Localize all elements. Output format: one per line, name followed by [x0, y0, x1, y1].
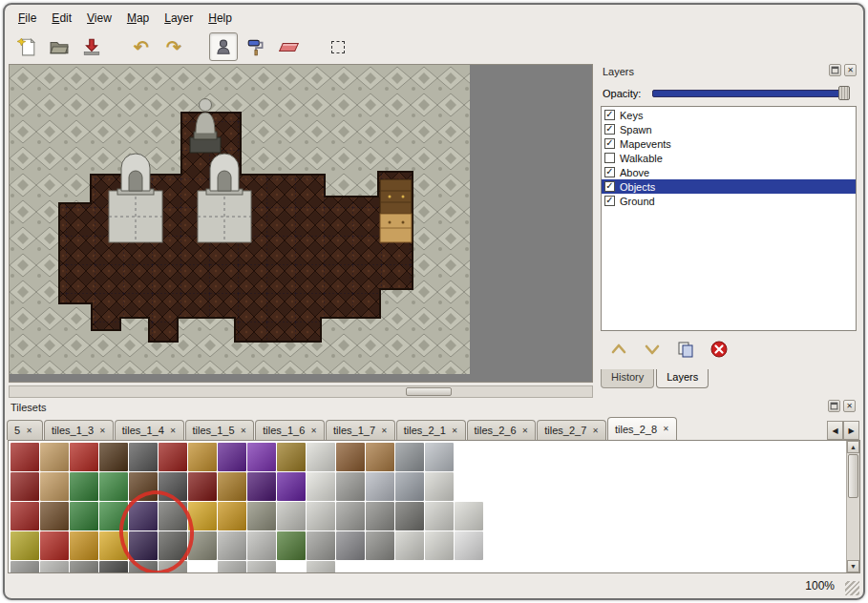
tab-close-icon[interactable]: ✕ — [381, 426, 388, 435]
tab-close-icon[interactable]: ✕ — [452, 426, 458, 435]
tile[interactable] — [425, 502, 454, 530]
eraser-tool-button[interactable] — [274, 32, 303, 61]
tile[interactable] — [188, 531, 217, 560]
tile[interactable] — [40, 443, 69, 471]
tile[interactable] — [159, 443, 187, 471]
tileset-content[interactable]: ▲ ▼ — [8, 440, 860, 573]
tile[interactable] — [218, 472, 246, 501]
tileset-tab-tiles_1_4[interactable]: tiles_1_4 ✕ — [115, 420, 184, 440]
tile[interactable] — [425, 531, 454, 560]
redo-button[interactable]: ↷ — [159, 32, 188, 61]
tile[interactable] — [307, 531, 335, 560]
tile[interactable] — [129, 561, 158, 573]
tile[interactable] — [366, 443, 394, 471]
layer-row-objects[interactable]: ✓ Objects — [602, 179, 856, 194]
tabs-scroll-right-button[interactable]: ▶ — [843, 421, 859, 440]
tile[interactable] — [395, 472, 424, 501]
map-canvas[interactable] — [10, 65, 592, 382]
tile[interactable] — [11, 472, 39, 501]
layer-checkbox[interactable]: ✓ — [604, 181, 615, 192]
tile[interactable] — [188, 443, 217, 471]
tileset-vscroll-thumb[interactable] — [848, 454, 858, 498]
tile[interactable] — [40, 561, 69, 573]
tile[interactable] — [99, 443, 128, 471]
layer-checkbox[interactable]: ✓ — [604, 167, 615, 177]
menu-map[interactable]: Map — [119, 9, 157, 28]
tileset-tab-5[interactable]: 5 ✕ — [7, 420, 43, 440]
menu-layer[interactable]: Layer — [157, 9, 201, 28]
new-button[interactable] — [12, 32, 41, 61]
tile[interactable] — [366, 502, 394, 530]
tile[interactable] — [247, 531, 276, 560]
tile[interactable] — [277, 472, 306, 501]
map-hscroll-thumb[interactable] — [406, 387, 452, 396]
layer-checkbox[interactable]: ✓ — [604, 138, 615, 149]
tile[interactable] — [11, 531, 39, 560]
raise-layer-button[interactable] — [608, 339, 629, 360]
float-panel-button[interactable] — [829, 64, 841, 76]
layer-row-mapevents[interactable]: ✓ Mapevents — [602, 136, 856, 151]
menu-view[interactable]: View — [79, 9, 119, 28]
tileset-tab-tiles_1_7[interactable]: tiles_1_7 ✕ — [326, 420, 395, 440]
menu-edit[interactable]: Edit — [44, 9, 79, 28]
tile[interactable] — [247, 443, 276, 471]
tile[interactable] — [159, 531, 187, 560]
tileset-tab-tiles_2_7[interactable]: tiles_2_7 ✕ — [537, 420, 606, 440]
tile[interactable] — [159, 472, 187, 501]
tab-close-icon[interactable]: ✕ — [170, 426, 177, 435]
paint-tool-button[interactable] — [242, 32, 270, 61]
layer-checkbox[interactable]: ✓ — [604, 110, 615, 120]
tile[interactable] — [11, 561, 39, 573]
tabs-scroll-left-button[interactable]: ◀ — [827, 421, 843, 440]
tab-layers[interactable]: Layers — [656, 369, 709, 388]
close-panel-button[interactable]: ✕ — [844, 64, 857, 76]
tile[interactable] — [129, 531, 158, 560]
lower-layer-button[interactable] — [642, 339, 663, 360]
tile[interactable] — [277, 531, 306, 560]
open-button[interactable] — [45, 32, 74, 61]
tile[interactable] — [425, 443, 454, 471]
tileset-tab-tiles_2_6[interactable]: tiles_2_6 ✕ — [467, 420, 537, 440]
tile[interactable] — [99, 472, 128, 501]
layer-list[interactable]: ✓ Keys ✓ Spawn ✓ Mapevents Walkable ✓ — [601, 106, 857, 331]
tile[interactable] — [218, 502, 246, 530]
tile[interactable] — [455, 531, 483, 560]
tile[interactable] — [218, 561, 246, 573]
tile[interactable] — [277, 502, 306, 530]
resize-grip[interactable] — [845, 581, 859, 595]
layer-row-spawn[interactable]: ✓ Spawn — [602, 122, 856, 136]
tile[interactable] — [366, 472, 394, 501]
tile[interactable] — [336, 472, 365, 501]
tile[interactable] — [336, 502, 365, 530]
tile[interactable] — [218, 531, 246, 560]
tile[interactable] — [70, 443, 98, 471]
tile[interactable] — [11, 443, 39, 471]
layer-checkbox[interactable]: ✓ — [604, 196, 615, 206]
tile[interactable] — [70, 531, 98, 560]
delete-layer-button[interactable] — [709, 339, 730, 360]
tab-close-icon[interactable]: ✕ — [310, 426, 317, 435]
stamp-tool-button[interactable] — [209, 32, 238, 61]
tab-close-icon[interactable]: ✕ — [99, 426, 106, 435]
layer-row-keys[interactable]: ✓ Keys — [602, 108, 856, 122]
tile[interactable] — [395, 443, 424, 471]
layer-row-walkable[interactable]: Walkable — [602, 151, 856, 165]
tile[interactable] — [218, 443, 246, 471]
tile[interactable] — [129, 443, 158, 471]
menu-help[interactable]: Help — [201, 9, 240, 28]
layer-row-ground[interactable]: ✓ Ground — [602, 194, 856, 208]
tab-close-icon[interactable]: ✕ — [26, 426, 32, 435]
tab-close-icon[interactable]: ✕ — [592, 426, 599, 435]
tile[interactable] — [99, 531, 128, 560]
tab-close-icon[interactable]: ✕ — [241, 426, 247, 435]
tile[interactable] — [129, 472, 158, 501]
tile[interactable] — [159, 561, 187, 573]
tile[interactable] — [455, 502, 483, 530]
float-panel-button[interactable] — [828, 400, 840, 412]
tab-close-icon[interactable]: ✕ — [663, 425, 669, 433]
scroll-up-button[interactable]: ▲ — [847, 441, 859, 453]
map-horizontal-scrollbar[interactable] — [9, 385, 593, 398]
tile[interactable] — [366, 531, 394, 560]
tile[interactable] — [40, 502, 69, 530]
tile[interactable] — [159, 502, 187, 530]
